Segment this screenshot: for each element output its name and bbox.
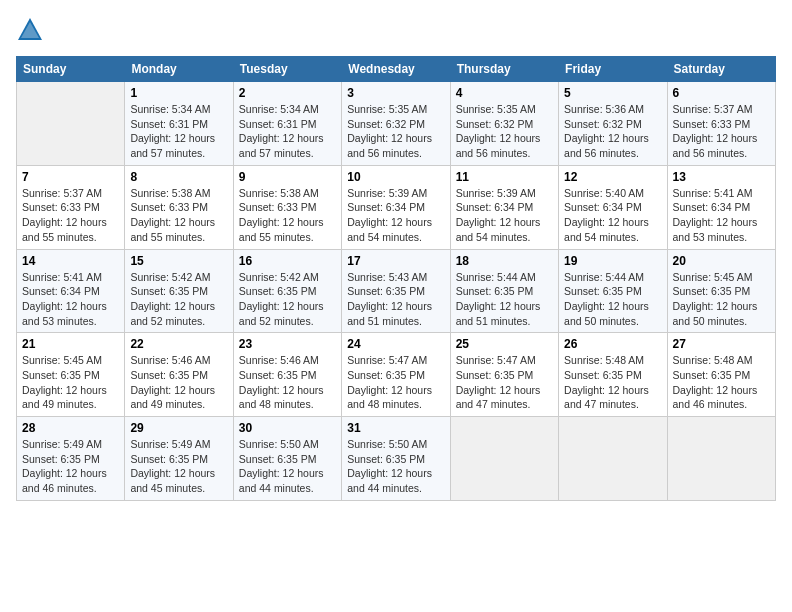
day-info: Sunrise: 5:35 AM Sunset: 6:32 PM Dayligh… <box>456 102 553 161</box>
column-header-thursday: Thursday <box>450 57 558 82</box>
day-number: 25 <box>456 337 553 351</box>
day-cell: 17Sunrise: 5:43 AM Sunset: 6:35 PM Dayli… <box>342 249 450 333</box>
day-info: Sunrise: 5:38 AM Sunset: 6:33 PM Dayligh… <box>130 186 227 245</box>
day-info: Sunrise: 5:44 AM Sunset: 6:35 PM Dayligh… <box>564 270 661 329</box>
day-info: Sunrise: 5:41 AM Sunset: 6:34 PM Dayligh… <box>22 270 119 329</box>
day-info: Sunrise: 5:44 AM Sunset: 6:35 PM Dayligh… <box>456 270 553 329</box>
day-info: Sunrise: 5:47 AM Sunset: 6:35 PM Dayligh… <box>347 353 444 412</box>
day-number: 15 <box>130 254 227 268</box>
logo-icon <box>16 16 44 44</box>
day-info: Sunrise: 5:37 AM Sunset: 6:33 PM Dayligh… <box>673 102 770 161</box>
day-info: Sunrise: 5:46 AM Sunset: 6:35 PM Dayligh… <box>130 353 227 412</box>
day-number: 17 <box>347 254 444 268</box>
day-number: 1 <box>130 86 227 100</box>
day-number: 24 <box>347 337 444 351</box>
day-number: 6 <box>673 86 770 100</box>
calendar-table: SundayMondayTuesdayWednesdayThursdayFrid… <box>16 56 776 501</box>
column-header-friday: Friday <box>559 57 667 82</box>
day-number: 18 <box>456 254 553 268</box>
day-info: Sunrise: 5:42 AM Sunset: 6:35 PM Dayligh… <box>239 270 336 329</box>
column-header-tuesday: Tuesday <box>233 57 341 82</box>
page-header <box>16 16 776 44</box>
day-number: 30 <box>239 421 336 435</box>
day-cell: 12Sunrise: 5:40 AM Sunset: 6:34 PM Dayli… <box>559 165 667 249</box>
day-info: Sunrise: 5:48 AM Sunset: 6:35 PM Dayligh… <box>564 353 661 412</box>
day-number: 4 <box>456 86 553 100</box>
day-number: 9 <box>239 170 336 184</box>
day-number: 23 <box>239 337 336 351</box>
column-header-sunday: Sunday <box>17 57 125 82</box>
day-cell: 15Sunrise: 5:42 AM Sunset: 6:35 PM Dayli… <box>125 249 233 333</box>
column-header-saturday: Saturday <box>667 57 775 82</box>
week-row-2: 7Sunrise: 5:37 AM Sunset: 6:33 PM Daylig… <box>17 165 776 249</box>
day-number: 10 <box>347 170 444 184</box>
day-info: Sunrise: 5:39 AM Sunset: 6:34 PM Dayligh… <box>456 186 553 245</box>
day-cell: 27Sunrise: 5:48 AM Sunset: 6:35 PM Dayli… <box>667 333 775 417</box>
day-info: Sunrise: 5:46 AM Sunset: 6:35 PM Dayligh… <box>239 353 336 412</box>
day-cell: 16Sunrise: 5:42 AM Sunset: 6:35 PM Dayli… <box>233 249 341 333</box>
column-header-wednesday: Wednesday <box>342 57 450 82</box>
day-number: 28 <box>22 421 119 435</box>
day-cell: 26Sunrise: 5:48 AM Sunset: 6:35 PM Dayli… <box>559 333 667 417</box>
day-info: Sunrise: 5:45 AM Sunset: 6:35 PM Dayligh… <box>673 270 770 329</box>
week-row-4: 21Sunrise: 5:45 AM Sunset: 6:35 PM Dayli… <box>17 333 776 417</box>
day-info: Sunrise: 5:49 AM Sunset: 6:35 PM Dayligh… <box>22 437 119 496</box>
day-cell: 20Sunrise: 5:45 AM Sunset: 6:35 PM Dayli… <box>667 249 775 333</box>
day-cell <box>450 417 558 501</box>
day-number: 22 <box>130 337 227 351</box>
day-info: Sunrise: 5:50 AM Sunset: 6:35 PM Dayligh… <box>347 437 444 496</box>
day-cell: 11Sunrise: 5:39 AM Sunset: 6:34 PM Dayli… <box>450 165 558 249</box>
day-number: 2 <box>239 86 336 100</box>
day-cell <box>17 82 125 166</box>
day-cell: 4Sunrise: 5:35 AM Sunset: 6:32 PM Daylig… <box>450 82 558 166</box>
day-info: Sunrise: 5:41 AM Sunset: 6:34 PM Dayligh… <box>673 186 770 245</box>
day-number: 27 <box>673 337 770 351</box>
day-info: Sunrise: 5:34 AM Sunset: 6:31 PM Dayligh… <box>130 102 227 161</box>
day-cell: 30Sunrise: 5:50 AM Sunset: 6:35 PM Dayli… <box>233 417 341 501</box>
day-cell: 31Sunrise: 5:50 AM Sunset: 6:35 PM Dayli… <box>342 417 450 501</box>
day-number: 7 <box>22 170 119 184</box>
day-number: 12 <box>564 170 661 184</box>
day-info: Sunrise: 5:43 AM Sunset: 6:35 PM Dayligh… <box>347 270 444 329</box>
day-cell: 5Sunrise: 5:36 AM Sunset: 6:32 PM Daylig… <box>559 82 667 166</box>
day-cell: 29Sunrise: 5:49 AM Sunset: 6:35 PM Dayli… <box>125 417 233 501</box>
day-cell: 7Sunrise: 5:37 AM Sunset: 6:33 PM Daylig… <box>17 165 125 249</box>
day-number: 13 <box>673 170 770 184</box>
day-cell: 22Sunrise: 5:46 AM Sunset: 6:35 PM Dayli… <box>125 333 233 417</box>
week-row-3: 14Sunrise: 5:41 AM Sunset: 6:34 PM Dayli… <box>17 249 776 333</box>
day-info: Sunrise: 5:45 AM Sunset: 6:35 PM Dayligh… <box>22 353 119 412</box>
day-number: 20 <box>673 254 770 268</box>
day-cell: 28Sunrise: 5:49 AM Sunset: 6:35 PM Dayli… <box>17 417 125 501</box>
day-cell: 3Sunrise: 5:35 AM Sunset: 6:32 PM Daylig… <box>342 82 450 166</box>
column-header-monday: Monday <box>125 57 233 82</box>
day-cell <box>667 417 775 501</box>
day-info: Sunrise: 5:42 AM Sunset: 6:35 PM Dayligh… <box>130 270 227 329</box>
day-cell: 9Sunrise: 5:38 AM Sunset: 6:33 PM Daylig… <box>233 165 341 249</box>
day-number: 3 <box>347 86 444 100</box>
day-cell: 6Sunrise: 5:37 AM Sunset: 6:33 PM Daylig… <box>667 82 775 166</box>
day-info: Sunrise: 5:40 AM Sunset: 6:34 PM Dayligh… <box>564 186 661 245</box>
day-info: Sunrise: 5:35 AM Sunset: 6:32 PM Dayligh… <box>347 102 444 161</box>
week-row-5: 28Sunrise: 5:49 AM Sunset: 6:35 PM Dayli… <box>17 417 776 501</box>
day-number: 5 <box>564 86 661 100</box>
day-info: Sunrise: 5:50 AM Sunset: 6:35 PM Dayligh… <box>239 437 336 496</box>
day-cell: 19Sunrise: 5:44 AM Sunset: 6:35 PM Dayli… <box>559 249 667 333</box>
day-info: Sunrise: 5:47 AM Sunset: 6:35 PM Dayligh… <box>456 353 553 412</box>
calendar-header-row: SundayMondayTuesdayWednesdayThursdayFrid… <box>17 57 776 82</box>
day-cell <box>559 417 667 501</box>
day-number: 21 <box>22 337 119 351</box>
day-cell: 13Sunrise: 5:41 AM Sunset: 6:34 PM Dayli… <box>667 165 775 249</box>
day-number: 8 <box>130 170 227 184</box>
day-info: Sunrise: 5:36 AM Sunset: 6:32 PM Dayligh… <box>564 102 661 161</box>
day-info: Sunrise: 5:48 AM Sunset: 6:35 PM Dayligh… <box>673 353 770 412</box>
day-info: Sunrise: 5:39 AM Sunset: 6:34 PM Dayligh… <box>347 186 444 245</box>
day-info: Sunrise: 5:37 AM Sunset: 6:33 PM Dayligh… <box>22 186 119 245</box>
day-number: 26 <box>564 337 661 351</box>
logo <box>16 16 48 44</box>
day-cell: 25Sunrise: 5:47 AM Sunset: 6:35 PM Dayli… <box>450 333 558 417</box>
day-number: 29 <box>130 421 227 435</box>
week-row-1: 1Sunrise: 5:34 AM Sunset: 6:31 PM Daylig… <box>17 82 776 166</box>
day-number: 14 <box>22 254 119 268</box>
day-number: 31 <box>347 421 444 435</box>
day-cell: 18Sunrise: 5:44 AM Sunset: 6:35 PM Dayli… <box>450 249 558 333</box>
